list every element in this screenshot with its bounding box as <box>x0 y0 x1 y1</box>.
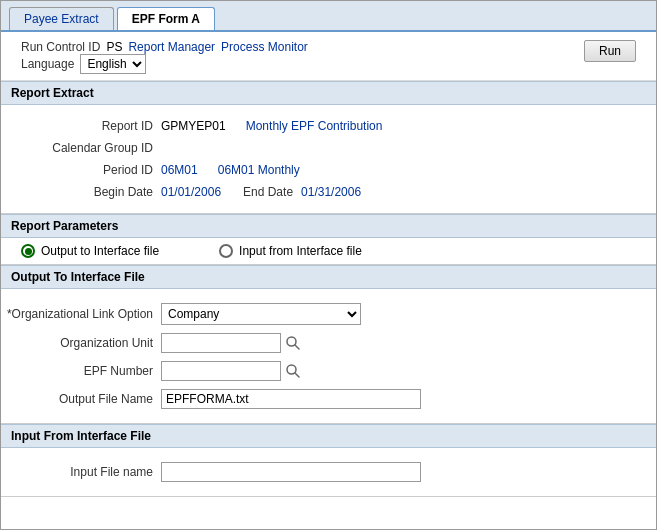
calendar-group-label: Calendar Group ID <box>1 141 161 155</box>
run-control-label: Run Control ID <box>21 40 100 54</box>
report-extract-header: Report Extract <box>1 81 656 105</box>
input-file-label: Input File name <box>1 465 161 479</box>
run-control-value: PS <box>106 40 122 54</box>
report-extract-body: Report ID GPMYEP01 Monthly EPF Contribut… <box>1 105 656 213</box>
report-extract-section: Report Extract Report ID GPMYEP01 Monthl… <box>1 81 656 214</box>
tab-payee-extract[interactable]: Payee Extract <box>9 7 114 30</box>
input-interface-body: Input File name <box>1 448 656 496</box>
end-date-label: End Date <box>221 185 301 199</box>
run-button-container: Run <box>584 40 636 62</box>
begin-date-value: 01/01/2006 <box>161 185 221 199</box>
output-file-input[interactable] <box>161 389 421 409</box>
report-id-value: GPMYEP01 <box>161 119 226 133</box>
radio-input-circle[interactable] <box>219 244 233 258</box>
process-monitor-link[interactable]: Process Monitor <box>221 40 308 54</box>
org-link-row: *Organizational Link Option Company Depa… <box>1 301 656 327</box>
output-file-row: Output File Name <box>1 387 656 411</box>
input-interface-header: Input From Interface File <box>1 424 656 448</box>
radio-output-item[interactable]: Output to Interface file <box>21 244 159 258</box>
svg-line-1 <box>295 345 299 349</box>
org-unit-row: Organization Unit <box>1 331 656 355</box>
report-id-row: Report ID GPMYEP01 Monthly EPF Contribut… <box>1 117 656 135</box>
tabs-bar: Payee Extract EPF Form A <box>1 1 656 32</box>
org-unit-input[interactable] <box>161 333 281 353</box>
svg-line-3 <box>295 373 299 377</box>
begin-date-label: Begin Date <box>1 185 161 199</box>
output-interface-body: *Organizational Link Option Company Depa… <box>1 289 656 423</box>
report-manager-link[interactable]: Report Manager <box>128 40 215 54</box>
period-id-row: Period ID 06M01 06M01 Monthly <box>1 161 656 179</box>
report-id-label: Report ID <box>1 119 161 133</box>
input-interface-section: Input From Interface File Input File nam… <box>1 424 656 497</box>
org-link-select[interactable]: Company Department Location <box>161 303 361 325</box>
date-row: Begin Date 01/01/2006 End Date 01/31/200… <box>1 183 656 201</box>
run-button[interactable]: Run <box>584 40 636 62</box>
report-id-link[interactable]: Monthly EPF Contribution <box>246 119 383 133</box>
run-control-row: Run Control ID PS Report Manager Process… <box>21 40 308 54</box>
org-unit-label: Organization Unit <box>1 336 161 350</box>
org-unit-search-icon[interactable] <box>285 335 301 351</box>
output-interface-section: Output To Interface File *Organizational… <box>1 265 656 424</box>
epf-number-search-icon[interactable] <box>285 363 301 379</box>
radio-input-item[interactable]: Input from Interface file <box>219 244 362 258</box>
radio-row: Output to Interface file Input from Inte… <box>1 238 656 264</box>
calendar-group-row: Calendar Group ID <box>1 139 656 157</box>
epf-number-row: EPF Number <box>1 359 656 383</box>
output-interface-header: Output To Interface File <box>1 265 656 289</box>
output-file-label: Output File Name <box>1 392 161 406</box>
period-id-link[interactable]: 06M01 Monthly <box>218 163 300 177</box>
language-select[interactable]: English <box>80 54 146 74</box>
epf-number-label: EPF Number <box>1 364 161 378</box>
epf-number-input[interactable] <box>161 361 281 381</box>
org-link-label: *Organizational Link Option <box>1 307 161 321</box>
report-parameters-section: Report Parameters Output to Interface fi… <box>1 214 656 265</box>
tab-epf-form-a[interactable]: EPF Form A <box>117 7 215 30</box>
top-controls: Run Control ID PS Report Manager Process… <box>1 32 656 81</box>
radio-output-label: Output to Interface file <box>41 244 159 258</box>
radio-input-label: Input from Interface file <box>239 244 362 258</box>
input-file-row: Input File name <box>1 460 656 484</box>
language-label: Language <box>21 57 74 71</box>
period-id-label: Period ID <box>1 163 161 177</box>
language-row: Language English <box>21 54 308 74</box>
radio-output-circle[interactable] <box>21 244 35 258</box>
report-parameters-header: Report Parameters <box>1 214 656 238</box>
input-file-input[interactable] <box>161 462 421 482</box>
end-date-value: 01/31/2006 <box>301 185 361 199</box>
content-area: Report Extract Report ID GPMYEP01 Monthl… <box>1 81 656 497</box>
period-id-value: 06M01 <box>161 163 198 177</box>
main-container: Payee Extract EPF Form A Run Control ID … <box>0 0 657 530</box>
top-controls-left: Run Control ID PS Report Manager Process… <box>21 40 308 74</box>
